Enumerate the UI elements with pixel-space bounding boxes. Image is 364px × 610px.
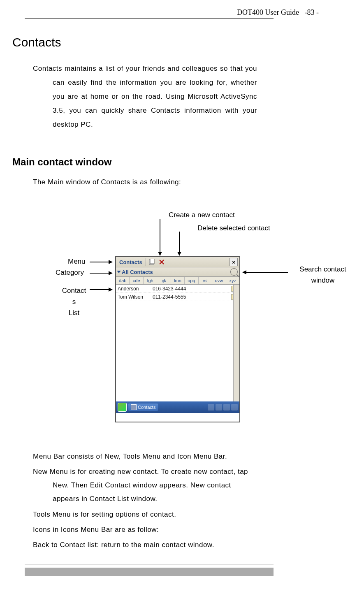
contact-phone: 011-2344-5555: [153, 294, 231, 300]
az-tab[interactable]: #ab: [116, 277, 130, 284]
body-text: Menu Bar consists of New, Tools Menu and…: [33, 450, 257, 552]
page-number: -83 -: [305, 8, 319, 16]
doc-title: DOT400 User Guide: [237, 8, 299, 16]
tray-icon[interactable]: [208, 404, 214, 411]
system-tray: [208, 404, 238, 411]
delete-contact-icon[interactable]: [158, 258, 165, 266]
body-p3: Tools Menu is for setting options of con…: [33, 508, 257, 521]
body-p2: New Menu is for creating new contact. To…: [33, 465, 257, 506]
callout-search: Search contact window: [294, 264, 352, 286]
start-button-icon[interactable]: [118, 403, 127, 412]
callout-category: Category: [56, 269, 84, 277]
page-title: Contacts: [12, 35, 352, 49]
arrow-contacts-list: [90, 289, 112, 290]
az-tab[interactable]: xyz: [226, 277, 239, 284]
section-heading: Main contact window: [12, 156, 352, 168]
contacts-task-icon: [131, 404, 137, 410]
header-rule: [25, 19, 274, 19]
alphabet-index-bar: #ab cde fgh ijk lmn opq rst uvw xyz: [116, 277, 239, 285]
az-tab[interactable]: ijk: [157, 277, 171, 284]
diagram: Create a new contact Delete selected con…: [12, 211, 352, 441]
list-item[interactable]: Anderson 016-3423-4444: [116, 285, 239, 293]
body-p5: Back to Contact list: return to the main…: [33, 538, 257, 552]
az-tab[interactable]: uvw: [212, 277, 226, 284]
tray-icon[interactable]: [231, 404, 238, 411]
tray-icon[interactable]: [223, 404, 230, 411]
menu-separator: [146, 258, 146, 266]
dropdown-triangle-icon: [117, 271, 121, 273]
contacts-list: Anderson 016-3423-4444 Tom Wilson 011-23…: [116, 285, 239, 401]
contact-name: Tom Wilson: [118, 294, 153, 300]
az-tab[interactable]: lmn: [171, 277, 185, 284]
footer-rule: [25, 564, 274, 564]
tray-icon[interactable]: [216, 404, 222, 411]
screenshot-window: Contacts × All Contacts #ab cde fgh ijk: [115, 256, 240, 422]
category-bar[interactable]: All Contacts: [116, 267, 239, 277]
scrollbar[interactable]: [233, 285, 239, 401]
list-item[interactable]: Tom Wilson 011-2344-5555: [116, 293, 239, 301]
menu-bar: Contacts ×: [116, 257, 239, 267]
callout-delete: Delete selected contact: [197, 224, 270, 232]
arrow-create: [160, 219, 160, 255]
arrow-search: [243, 272, 288, 273]
arrow-delete: [179, 232, 180, 255]
taskbar-contacts-button[interactable]: Contacts: [128, 404, 158, 411]
new-contact-icon[interactable]: [148, 258, 155, 266]
category-label: All Contacts: [122, 269, 153, 275]
taskbar: Contacts: [116, 401, 239, 413]
az-tab[interactable]: cde: [130, 277, 143, 284]
callout-contacts-list: Contact s List: [60, 285, 88, 319]
callout-menu: Menu: [68, 257, 86, 266]
intro-paragraph: Contacts maintains a list of your friend…: [33, 62, 257, 132]
contact-phone: 016-3423-4444: [153, 286, 231, 292]
lead-text: The Main window of Contacts is as follow…: [33, 178, 352, 186]
az-tab[interactable]: fgh: [144, 277, 157, 284]
arrow-menu: [90, 262, 112, 262]
az-tab[interactable]: rst: [199, 277, 212, 284]
az-tab[interactable]: opq: [185, 277, 198, 284]
contact-name: Anderson: [118, 286, 153, 292]
close-button[interactable]: ×: [230, 258, 238, 266]
footer-bar: [25, 568, 274, 576]
body-p1: Menu Bar consists of New, Tools Menu and…: [33, 450, 257, 463]
arrow-category: [90, 273, 112, 274]
svg-rect-1: [150, 259, 154, 264]
search-icon[interactable]: [230, 268, 238, 276]
body-p4: Icons in Icons Menu Bar are as follow:: [33, 523, 257, 536]
page-header: DOT400 User Guide -83 -: [12, 8, 352, 17]
callout-create: Create a new contact: [169, 211, 235, 219]
menu-contacts[interactable]: Contacts: [117, 259, 145, 265]
